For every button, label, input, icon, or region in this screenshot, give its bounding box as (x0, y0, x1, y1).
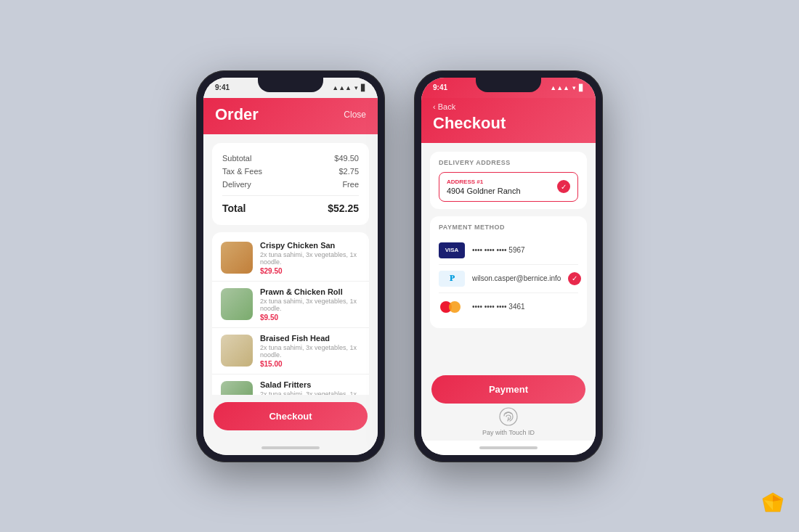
subtotal-value: $49.50 (334, 154, 359, 163)
wifi-icon: ▾ (354, 84, 358, 91)
payment-button[interactable]: Payment (431, 375, 585, 404)
summary-divider (222, 195, 359, 196)
visa-icon: VISA (439, 242, 465, 258)
item-name: Braised Fish Head (260, 334, 360, 343)
status-time-1: 9:41 (215, 83, 230, 91)
item-description: 2x tuna sahimi, 3x vegetables, 1x noodle… (260, 298, 360, 312)
battery-icon-2: ▊ (579, 84, 584, 91)
items-card: Crispy Chicken San 2x tuna sahimi, 3x ve… (212, 232, 369, 395)
home-indicator-2 (421, 441, 596, 455)
delivery-label: Delivery (222, 180, 251, 189)
total-label: Total (222, 202, 246, 214)
checkout-bar: Checkout (203, 395, 378, 441)
status-bar-2: 9:41 ▲▲▲ ▾ ▊ (421, 78, 596, 98)
item-price: $29.50 (260, 267, 360, 275)
delivery-value: Free (342, 180, 359, 189)
tax-label: Tax & Fees (222, 167, 262, 176)
item-info: Prawn & Chicken Roll 2x tuna sahimi, 3x … (260, 287, 360, 322)
item-image (221, 242, 253, 274)
phones-container: 9:41 ▲▲▲ ▾ ▊ Order Close Subtotal (167, 41, 632, 491)
payment-section-title: PAYMENT METHOD (439, 224, 578, 231)
delivery-section: DELIVERY ADDRESS ADDRESS #1 4904 Goldner… (430, 152, 587, 209)
item-info: Braised Fish Head 2x tuna sahimi, 3x veg… (260, 334, 360, 368)
address-item[interactable]: ADDRESS #1 4904 Goldner Ranch (439, 172, 578, 202)
fingerprint-icon (498, 406, 519, 427)
summary-card: Subtotal $49.50 Tax & Fees $2.75 Deliver… (212, 143, 369, 225)
status-time-2: 9:41 (433, 83, 447, 91)
item-info: Salad Fritters 2x tuna sahimi, 3x vegeta… (260, 380, 360, 395)
delivery-row: Delivery Free (222, 178, 359, 191)
payment-check-icon (568, 272, 581, 285)
item-description: 2x tuna sahimi, 3x vegetables, 1x noodle… (260, 344, 360, 359)
order-header: Order Close (203, 98, 378, 134)
touch-id-section: Pay with Touch ID (431, 406, 585, 436)
order-item: Crispy Chicken San 2x tuna sahimi, 3x ve… (212, 235, 369, 282)
checkout-content: DELIVERY ADDRESS ADDRESS #1 4904 Goldner… (421, 143, 596, 368)
order-item: Prawn & Chicken Roll 2x tuna sahimi, 3x … (212, 282, 369, 328)
payment-method-item[interactable]: •••• •••• •••• 3461 (439, 293, 578, 321)
battery-icon: ▊ (361, 84, 366, 91)
back-link[interactable]: ‹ Back (433, 102, 584, 111)
item-image (221, 288, 253, 320)
status-icons-1: ▲▲▲ ▾ ▊ (332, 84, 366, 91)
payment-method-item[interactable]: 𝐏 wilson.casper@bernice.info (439, 265, 578, 293)
signal-icon: ▲▲▲ (332, 84, 352, 91)
item-name: Salad Fritters (260, 380, 360, 389)
sketch-icon (761, 491, 784, 517)
address-text: 4904 Goldner Ranch (447, 187, 521, 195)
order-phone: 9:41 ▲▲▲ ▾ ▊ Order Close Subtotal (196, 70, 385, 462)
item-image (221, 335, 253, 367)
order-header-row: Order Close (215, 105, 366, 124)
notch-1 (258, 78, 323, 92)
svg-point-0 (500, 408, 517, 425)
item-description: 2x tuna sahimi, 3x vegetables, 1x noodle… (260, 251, 360, 266)
order-title: Order (215, 105, 259, 124)
payment-method-item[interactable]: VISA •••• •••• •••• 5967 (439, 237, 578, 265)
subtotal-row: Subtotal $49.50 (222, 152, 359, 165)
back-label: Back (438, 102, 455, 111)
home-bar-1 (261, 446, 320, 449)
subtotal-label: Subtotal (222, 154, 251, 163)
checkout-phone: 9:41 ▲▲▲ ▾ ▊ ‹ Back Checkout DELIV (414, 70, 603, 462)
total-row: Total $52.25 (222, 200, 359, 216)
order-content: Subtotal $49.50 Tax & Fees $2.75 Deliver… (203, 134, 378, 395)
payment-methods-list: VISA •••• •••• •••• 5967 𝐏 wilson.casper… (439, 237, 578, 321)
total-value: $52.25 (328, 202, 359, 214)
status-bar-1: 9:41 ▲▲▲ ▾ ▊ (203, 78, 378, 98)
wifi-icon-2: ▾ (572, 84, 576, 91)
item-price: $15.00 (260, 360, 360, 368)
address-details: ADDRESS #1 4904 Goldner Ranch (447, 179, 521, 195)
paypal-icon: 𝐏 (439, 271, 465, 287)
delivery-section-title: DELIVERY ADDRESS (439, 159, 578, 166)
tax-row: Tax & Fees $2.75 (222, 165, 359, 178)
checkout-phone-inner: 9:41 ▲▲▲ ▾ ▊ ‹ Back Checkout DELIV (421, 78, 596, 455)
chevron-left-icon: ‹ (433, 102, 436, 111)
item-name: Crispy Chicken San (260, 241, 360, 250)
address-check-icon (557, 180, 570, 193)
payment-number: wilson.casper@bernice.info (472, 274, 561, 282)
tax-value: $2.75 (338, 167, 359, 176)
payment-number: •••• •••• •••• 3461 (472, 303, 578, 311)
item-info: Crispy Chicken San 2x tuna sahimi, 3x ve… (260, 241, 360, 275)
payment-number: •••• •••• •••• 5967 (472, 246, 578, 254)
checkout-title: Checkout (433, 114, 506, 132)
mastercard-icon (439, 299, 465, 315)
close-button[interactable]: Close (344, 110, 366, 120)
signal-icon-2: ▲▲▲ (550, 84, 569, 91)
touch-id-label: Pay with Touch ID (482, 429, 535, 436)
checkout-button[interactable]: Checkout (214, 402, 368, 430)
payment-section: PAYMENT METHOD VISA •••• •••• •••• 5967 … (430, 216, 587, 328)
home-indicator-1 (203, 441, 378, 455)
address-label: ADDRESS #1 (447, 179, 521, 185)
order-item: Braised Fish Head 2x tuna sahimi, 3x veg… (212, 328, 369, 375)
status-icons-2: ▲▲▲ ▾ ▊ (550, 84, 584, 91)
item-image (221, 381, 253, 395)
checkout-header: ‹ Back Checkout (421, 98, 596, 143)
home-bar-2 (479, 446, 538, 449)
item-price: $9.50 (260, 314, 360, 322)
order-item: Salad Fritters 2x tuna sahimi, 3x vegeta… (212, 375, 369, 395)
item-name: Prawn & Chicken Roll (260, 287, 360, 296)
order-phone-inner: 9:41 ▲▲▲ ▾ ▊ Order Close Subtotal (203, 78, 378, 455)
notch-2 (476, 78, 541, 92)
payment-bottom-bar: Payment Pay with Touch ID (421, 368, 596, 441)
